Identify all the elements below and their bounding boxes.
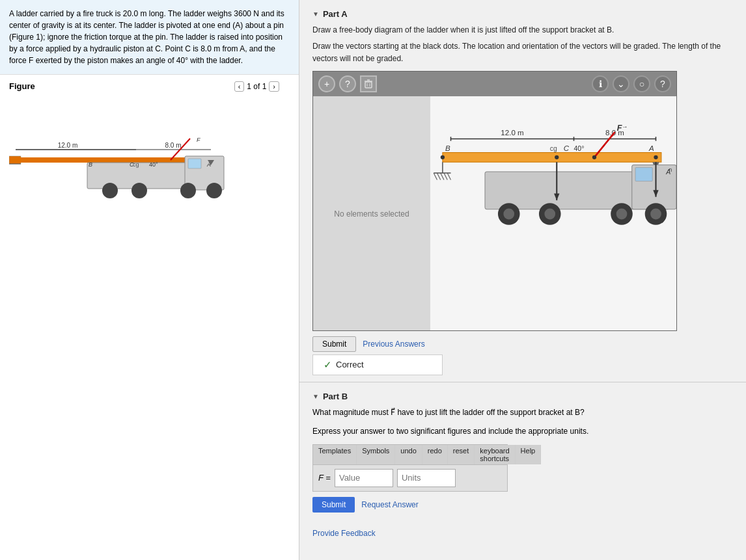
force-units-input[interactable] xyxy=(397,469,456,487)
svg-text:→: → xyxy=(622,122,628,129)
part-b-label: Part B xyxy=(323,392,348,401)
svg-line-39 xyxy=(434,173,437,180)
tab-help[interactable]: Help xyxy=(516,445,542,464)
figure-page: 1 of 1 xyxy=(247,82,266,91)
part-b-question2: Express your answer to two significant f… xyxy=(312,425,733,438)
part-b-section: ▼ Part B What magnitude must F⃗ have to … xyxy=(299,382,746,522)
trash-icon xyxy=(364,79,373,88)
part-b-header: ▼ Part B xyxy=(312,392,733,401)
add-element-btn[interactable]: + xyxy=(318,75,335,92)
figure-section: Figure ‹ 1 of 1 › 12.0 m 8.0 m xyxy=(0,75,299,560)
svg-rect-24 xyxy=(365,82,372,88)
figure-next-btn[interactable]: › xyxy=(269,81,279,92)
canvas-diagram-svg: 12.0 m 8.0 m xyxy=(430,96,676,331)
trash-btn[interactable] xyxy=(360,75,377,92)
svg-point-16 xyxy=(180,183,196,198)
svg-point-78 xyxy=(555,155,559,159)
svg-point-79 xyxy=(592,155,596,159)
provide-feedback-link[interactable]: Provide Feedback xyxy=(312,529,376,538)
part-b-collapse-icon[interactable]: ▼ xyxy=(312,393,319,400)
svg-rect-13 xyxy=(188,159,201,168)
figure-diagram-svg: 12.0 m 8.0 m F B C xyxy=(9,116,256,207)
problem-statement: A ladder carried by a fire truck is 20.0… xyxy=(9,9,284,65)
canvas-toolbar: + ? ℹ ⌄ ○ ? xyxy=(313,72,676,96)
canvas-drawing-area[interactable]: 12.0 m 8.0 m xyxy=(430,96,676,331)
svg-text:n: n xyxy=(669,166,672,172)
part-b-question1: What magnitude must F⃗ have to just lift… xyxy=(312,407,733,419)
help2-btn[interactable]: ? xyxy=(654,75,671,92)
svg-text:F: F xyxy=(197,137,200,143)
request-answer-link[interactable]: Request Answer xyxy=(361,500,418,509)
part-a-collapse-icon[interactable]: ▼ xyxy=(312,10,319,18)
svg-rect-36 xyxy=(443,152,661,162)
svg-rect-57 xyxy=(635,167,652,181)
prev-answers-link[interactable]: Previous Answers xyxy=(363,340,424,349)
svg-text:B: B xyxy=(89,161,92,168)
figure-nav: ‹ 1 of 1 › xyxy=(234,81,279,92)
canvas-right-btns: ℹ ⌄ ○ ? xyxy=(592,75,671,92)
submit-b-row: Submit Request Answer xyxy=(312,497,733,513)
drawing-canvas-container[interactable]: + ? ℹ ⌄ ○ ? xyxy=(312,71,677,331)
tab-undo[interactable]: undo xyxy=(395,445,422,464)
svg-point-61 xyxy=(544,208,555,219)
svg-line-40 xyxy=(437,173,441,180)
svg-point-14 xyxy=(102,183,118,198)
svg-point-65 xyxy=(650,208,661,219)
svg-line-42 xyxy=(444,173,447,180)
submit-btn-b[interactable]: Submit xyxy=(312,497,355,513)
svg-text:B: B xyxy=(445,144,450,152)
math-toolbar-tabs: Templates Symbols undo redo reset keyboa… xyxy=(313,445,507,465)
tab-templates[interactable]: Templates xyxy=(313,445,357,464)
svg-text:8.0 m: 8.0 m xyxy=(165,142,181,149)
part-a-desc1: Draw a free-body diagram of the ladder w… xyxy=(312,24,733,36)
svg-line-41 xyxy=(441,173,444,180)
math-toolbar: Templates Symbols undo redo reset keyboa… xyxy=(312,444,508,492)
tab-redo[interactable]: redo xyxy=(422,445,448,464)
problem-text: A ladder carried by a fire truck is 20.0… xyxy=(0,0,299,75)
svg-text:C: C xyxy=(564,144,570,152)
canvas-body: No elements selected 12.0 m 8.0 m xyxy=(313,96,676,331)
part-a-header: ▼ Part A xyxy=(312,9,733,19)
correct-check-icon: ✓ xyxy=(324,359,332,371)
no-elements-text: No elements selected xyxy=(334,209,409,219)
svg-text:40°: 40° xyxy=(149,161,158,168)
part-a-section: ▼ Part A Draw a free-body diagram of the… xyxy=(299,0,746,382)
chevron-btn[interactable]: ⌄ xyxy=(613,75,629,92)
svg-text:cg: cg xyxy=(133,161,139,168)
svg-point-15 xyxy=(131,183,147,198)
svg-point-80 xyxy=(654,155,657,159)
svg-text:cg: cg xyxy=(550,144,557,152)
submit-row-a: Submit Previous Answers xyxy=(312,336,733,352)
no-elements-panel: No elements selected xyxy=(313,96,430,331)
left-panel: A ladder carried by a fire truck is 20.0… xyxy=(0,0,299,560)
submit-btn-a[interactable]: Submit xyxy=(312,336,356,352)
provide-feedback-section: Provide Feedback xyxy=(299,522,746,551)
svg-point-17 xyxy=(206,183,222,198)
circle-btn[interactable]: ○ xyxy=(633,75,650,92)
force-label: F = xyxy=(318,473,331,483)
svg-point-59 xyxy=(503,208,514,219)
part-a-desc2: Draw the vectors starting at the black d… xyxy=(312,40,733,65)
force-value-input[interactable] xyxy=(335,469,393,487)
svg-text:12.0 m: 12.0 m xyxy=(501,129,523,137)
tab-keyboard-shortcuts[interactable]: keyboard shortcuts xyxy=(475,445,515,464)
correct-badge: ✓ Correct xyxy=(312,354,443,375)
info-btn[interactable]: ℹ xyxy=(592,75,609,92)
figure-prev-btn[interactable]: ‹ xyxy=(234,81,245,92)
svg-text:12.0 m: 12.0 m xyxy=(58,142,78,149)
tab-reset[interactable]: reset xyxy=(448,445,475,464)
math-input-row: F = xyxy=(313,465,507,491)
svg-text:40°: 40° xyxy=(574,144,585,152)
svg-point-63 xyxy=(616,208,628,219)
svg-point-77 xyxy=(441,155,445,159)
svg-text:A: A xyxy=(648,144,654,152)
svg-line-43 xyxy=(447,173,450,180)
part-a-label: Part A xyxy=(323,9,348,19)
tab-symbols[interactable]: Symbols xyxy=(357,445,395,464)
figure-title: Figure xyxy=(9,81,35,91)
figure-image: 12.0 m 8.0 m F B C xyxy=(9,116,256,207)
help-btn[interactable]: ? xyxy=(339,75,356,92)
right-panel: ▼ Part A Draw a free-body diagram of the… xyxy=(299,0,746,560)
correct-label: Correct xyxy=(336,360,364,369)
